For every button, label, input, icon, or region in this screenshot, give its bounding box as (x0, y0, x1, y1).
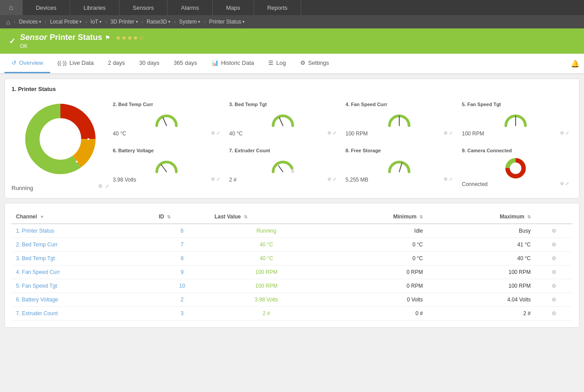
tab-historic-data[interactable]: 📊 Historic Data (204, 54, 261, 73)
col-channel[interactable]: Channel ▼ (12, 210, 154, 224)
gauge-fan-speed-tgt: 5. Fan Speed Tgt 100 RPM ⚙ ⤢ (458, 99, 572, 141)
star-rating[interactable]: ★★★★☆ (115, 34, 144, 41)
gauge-gear-2[interactable]: ⚙ ⤢ (211, 131, 220, 135)
notification-bell[interactable]: 🔔 (571, 59, 580, 68)
gauge-gear-7[interactable]: ⚙ ⤢ (327, 177, 336, 182)
cell-gear-4[interactable]: ⚙ (535, 279, 572, 293)
cell-gear-0[interactable]: ⚙ (535, 224, 572, 238)
nav-libraries[interactable]: Libraries (70, 0, 119, 15)
gauge-value-8: 5,255 MB (346, 177, 368, 183)
cell-last-value-1: 40 °C (210, 238, 323, 252)
log-icon: ☰ (268, 59, 274, 66)
cell-channel-5: 6. Battery Voltage (12, 293, 154, 307)
gauge-title-5: 5. Fan Speed Tgt (462, 102, 569, 107)
donut-chart-container: Running ⚙ ⤢ (12, 99, 109, 191)
tab-30days[interactable]: 30 days (132, 54, 167, 73)
gauge-svg-9 (462, 155, 569, 179)
cell-id-3: 9 (154, 265, 210, 279)
gauge-value-3: 40 °C (229, 131, 242, 137)
breadcrumb-raise3d[interactable]: Raise3D ▾ (144, 15, 173, 28)
flag-icon[interactable]: ⚑ (105, 34, 111, 41)
cell-id-5: 2 (154, 293, 210, 307)
chevron-down-icon-3: ▾ (99, 20, 102, 24)
gauge-value-9: Connected (462, 181, 488, 187)
gauge-extruder-count: 7. Extruder Count 2 # ⚙ ⤢ (226, 145, 340, 191)
gauge-gear-6[interactable]: ⚙ ⤢ (211, 177, 220, 182)
breadcrumb-3d-printer[interactable]: 3D Printer ▾ (108, 15, 141, 28)
overview-icon: ↺ (12, 59, 16, 66)
breadcrumb-system[interactable]: System ▾ (176, 15, 203, 28)
breadcrumb-devices[interactable]: Devices ▾ (16, 15, 44, 28)
col-maximum[interactable]: Maximum ⇅ (427, 210, 535, 224)
cell-maximum-0: Busy (427, 224, 535, 238)
col-last-value[interactable]: Last Value ⇅ (210, 210, 323, 224)
tab-log[interactable]: ☰ Log (261, 54, 293, 73)
gauge-gear-4[interactable]: ⚙ ⤢ (444, 131, 453, 135)
gauge-gear-9[interactable]: ⚙ ⤢ (560, 181, 569, 186)
tab-2days[interactable]: 2 days (101, 54, 132, 73)
chevron-down-icon-4: ▾ (136, 20, 138, 24)
expand-icon[interactable]: ⤢ (105, 183, 109, 189)
cell-minimum-3: 0 RPM (323, 265, 428, 279)
breadcrumb-sep-2: › (45, 20, 46, 24)
nav-alarms[interactable]: Alarms (167, 0, 212, 15)
breadcrumb-iot[interactable]: IoT ▾ (88, 15, 104, 28)
breadcrumb-printer-status[interactable]: Printer Status ▾ (207, 15, 248, 28)
cell-minimum-1: 0 °C (323, 238, 428, 252)
gauge-free-storage: 8. Free Storage 5,255 MB ⚙ ⤢ (342, 145, 456, 191)
gauge-gear-5[interactable]: ⚙ ⤢ (560, 131, 569, 135)
gauge-svg-4 (346, 109, 453, 129)
tabs-bar: ↺ Overview ((·)) Live Data 2 days 30 day… (0, 54, 584, 74)
cell-gear-2[interactable]: ⚙ (535, 252, 572, 265)
svg-line-13 (399, 163, 402, 172)
cell-minimum-5: 0 Volts (323, 293, 428, 307)
nav-sensors[interactable]: Sensors (119, 0, 168, 15)
card-actions[interactable]: ⚙ ⤢ (98, 183, 109, 189)
breadcrumb-home[interactable]: ⌂ (4, 15, 13, 28)
chevron-down-icon-2: ▾ (79, 20, 82, 24)
gauge-gear-3[interactable]: ⚙ ⤢ (327, 131, 336, 135)
cell-gear-3[interactable]: ⚙ (535, 265, 572, 279)
historic-data-icon: 📊 (211, 59, 219, 66)
settings-icon: ⚙ (300, 59, 306, 66)
gear-icon[interactable]: ⚙ (98, 183, 103, 189)
gauge-gear-8[interactable]: ⚙ ⤢ (444, 177, 453, 182)
tab-live-data[interactable]: ((·)) Live Data (50, 54, 101, 73)
tab-overview[interactable]: ↺ Overview (4, 54, 50, 73)
sort-icon-minimum: ⇅ (419, 214, 423, 219)
breadcrumb-sep: › (14, 20, 15, 24)
sort-icon-channel: ▼ (40, 214, 44, 219)
cell-last-value-0: Running (210, 224, 323, 238)
nav-reports[interactable]: Reports (254, 0, 302, 15)
sensor-label: Sensor (20, 33, 47, 42)
svg-point-6 (40, 119, 80, 159)
table-row: 5. Fan Speed Tgt 10 100 RPM 0 RPM 100 RP… (12, 279, 572, 293)
breadcrumb-local-probe[interactable]: Local Probe ▾ (47, 15, 84, 28)
nav-devices[interactable]: Devices (23, 0, 70, 15)
chevron-down-icon-5: ▾ (168, 20, 171, 24)
cell-last-value-3: 100 RPM (210, 265, 323, 279)
tab-settings[interactable]: ⚙ Settings (293, 54, 336, 73)
col-id[interactable]: ID ⇅ (154, 210, 210, 224)
sort-icon-last-value: ⇅ (244, 214, 247, 219)
cell-channel-6: 7. Extruder Count (12, 307, 154, 321)
tab-365days[interactable]: 365 days (167, 54, 204, 73)
nav-maps[interactable]: Maps (213, 0, 254, 15)
cell-maximum-3: 100 RPM (427, 265, 535, 279)
table-header-row: Channel ▼ ID ⇅ Last Value ⇅ Minimum ⇅ Ma… (12, 210, 572, 224)
cell-maximum-6: 2 # (427, 307, 535, 321)
donut-chart (20, 99, 100, 179)
chevron-down-icon: ▾ (39, 20, 41, 24)
cell-channel-3: 4. Fan Speed Curr (12, 265, 154, 279)
cell-gear-6[interactable]: ⚙ (535, 307, 572, 321)
live-data-icon: ((·)) (57, 59, 67, 66)
cell-gear-1[interactable]: ⚙ (535, 238, 572, 252)
sort-icon-maximum: ⇅ (527, 214, 531, 219)
col-minimum[interactable]: Minimum ⇅ (323, 210, 428, 224)
cell-minimum-4: 0 RPM (323, 279, 428, 293)
cell-channel-2: 3. Bed Temp Tgt (12, 252, 154, 265)
status-badge: OK (20, 43, 144, 49)
cell-gear-5[interactable]: ⚙ (535, 293, 572, 307)
nav-home[interactable]: ⌂ (0, 0, 23, 15)
gauge-value-6: 3.98 Volts (113, 177, 136, 183)
